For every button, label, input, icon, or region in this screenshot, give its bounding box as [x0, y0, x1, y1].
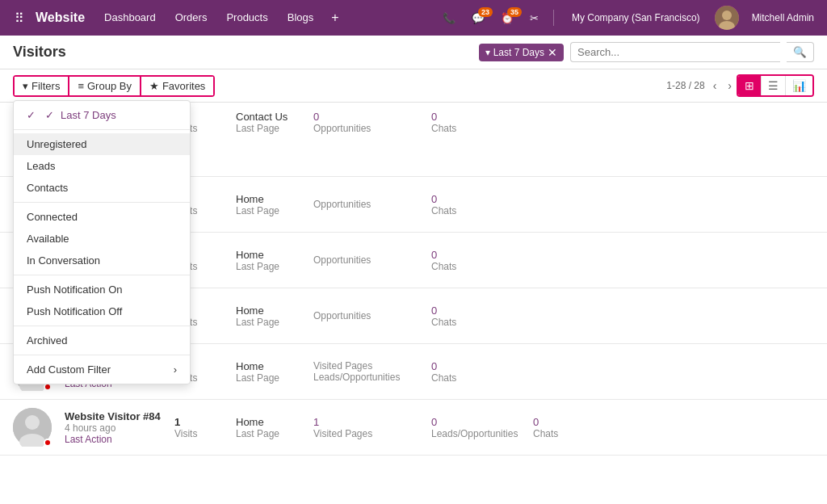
dropdown-section-6: Add Custom Filter › [14, 355, 190, 384]
filter-leads[interactable]: Leads [14, 155, 190, 177]
filters-button[interactable]: ▾ Filters [15, 77, 69, 95]
filter-unregistered[interactable]: Unregistered [14, 133, 190, 155]
filter-contacts[interactable]: Contacts [14, 177, 190, 199]
table-row: Website Visitor #84 4 hours ago Last Act… [0, 400, 827, 456]
online-status-dot [44, 439, 52, 447]
chats-label: Chats [431, 123, 488, 134]
filter-dropdown: ✓ Last 7 Days Unregistered Leads Contact… [13, 100, 191, 384]
opp-value: 0 [431, 416, 520, 428]
kanban-view-button[interactable]: ⊞ [738, 76, 761, 95]
visitor-chats-col: 0 Chats [431, 249, 488, 272]
filter-push-on[interactable]: Push Notification On [14, 279, 190, 300]
last-page-label: Last Page [236, 428, 300, 439]
company-name[interactable]: My Company (San Francisco) [564, 12, 708, 23]
filter-last7days-label: Last 7 Days [61, 109, 116, 121]
filter-add-custom-label: Add Custom Filter [27, 363, 111, 376]
chats-label: Chats [431, 372, 488, 384]
filter-icon: ▾ [23, 80, 28, 92]
filter-connected[interactable]: Connected [14, 206, 190, 228]
nav-add-button[interactable]: + [323, 10, 346, 25]
visitor-stats-col: Opportunities [313, 254, 418, 266]
favorites-label: Favorites [162, 80, 205, 92]
chats-value: 0 [431, 111, 488, 123]
user-name[interactable]: Mitchell Admin [745, 12, 821, 23]
last-page-name: Contact Us [236, 111, 300, 123]
filter-available-label: Available [27, 233, 69, 245]
visitor-visits-col: 1 Visits [174, 416, 223, 439]
filter-unregistered-label: Unregistered [27, 138, 86, 150]
chart-view-button[interactable]: 📊 [785, 76, 812, 95]
filter-leads-label: Leads [27, 160, 55, 172]
visitor-stats-col: Opportunities [313, 310, 418, 321]
last-page-name: Home [236, 249, 300, 261]
nav-products[interactable]: Products [216, 0, 277, 36]
visitor-name: Website Visitor #84 [65, 410, 162, 422]
groupby-button[interactable]: ≡ Group By [69, 77, 141, 95]
filter-add-custom[interactable]: Add Custom Filter › [14, 359, 190, 380]
chats-label: Chats [431, 205, 488, 216]
nav-dashboard[interactable]: Dashboard [94, 0, 166, 36]
list-view-button[interactable]: ☰ [761, 76, 785, 95]
filter-tag-close-icon[interactable]: ✕ [548, 46, 557, 59]
sub-header: Visitors ▾ Last 7 Days ✕ 🔍 [0, 36, 827, 69]
filter-last7days[interactable]: ✓ Last 7 Days [14, 104, 190, 126]
search-input[interactable] [570, 42, 780, 62]
nav-orders[interactable]: Orders [166, 0, 217, 36]
visit-count: 1 [174, 416, 223, 428]
top-navigation: ⠿ Website Dashboard Orders Products Blog… [0, 0, 827, 36]
filter-archived[interactable]: Archived [14, 330, 190, 351]
visitor-page-col: Home Last Page [236, 193, 300, 216]
filter-available[interactable]: Available [14, 228, 190, 250]
last-page-label: Last Page [236, 317, 300, 328]
opp-label: Leads/Opportunities [431, 428, 520, 439]
visitor-page-col: Home Last Page [236, 416, 300, 439]
timer-icon[interactable]: ⏰ 35 [496, 9, 518, 27]
dropdown-section-3: Connected Available In Conversation [14, 203, 190, 275]
visitor-page-col: Home Last Page [236, 304, 300, 328]
visitor-stats-col: Opportunities [313, 199, 418, 210]
apps-menu-icon[interactable]: ⠿ [6, 10, 32, 26]
last-page-label: Last Page [236, 205, 300, 216]
visitor-time: 4 hours ago [65, 422, 162, 434]
visitor-last-action: Last Action [65, 434, 162, 445]
groupby-icon: ≡ [78, 80, 84, 92]
filter-contacts-label: Contacts [27, 182, 68, 194]
active-filter-tag[interactable]: ▾ Last 7 Days ✕ [479, 44, 564, 61]
nav-divider [553, 10, 554, 26]
filter-push-off[interactable]: Push Notification Off [14, 300, 190, 322]
arrow-icon: › [174, 363, 177, 376]
visitor-stats-col: 1 Visited Pages [313, 416, 418, 439]
opportunities-label: Opportunities [313, 310, 418, 321]
record-count-text: 1-28 / 28 [666, 80, 704, 91]
visited-pages-label: Visited Pages [313, 360, 418, 372]
nav-blogs[interactable]: Blogs [278, 0, 324, 36]
dropdown-section-4: Push Notification On Push Notification O… [14, 275, 190, 326]
last-page-label: Last Page [236, 372, 300, 384]
visited-pages-label: Visited Pages [313, 428, 418, 439]
last-page-name: Home [236, 416, 300, 428]
brand-title[interactable]: Website [32, 10, 94, 25]
chats-value: 0 [431, 193, 488, 205]
search-button[interactable]: 🔍 [787, 42, 814, 62]
prev-page-button[interactable]: ‹ [710, 78, 720, 94]
filter-push-off-label: Push Notification Off [27, 305, 122, 317]
visitor-stats-col: 0 Opportunities [313, 111, 418, 134]
favorites-button[interactable]: ★ Favorites [141, 77, 213, 95]
chats-value: 0 [431, 360, 488, 372]
opportunities-value: 0 [313, 111, 418, 123]
filter-in-conversation[interactable]: In Conversation [14, 250, 190, 271]
visitor-info: Website Visitor #84 4 hours ago Last Act… [65, 410, 162, 445]
chats-value: 0 [431, 304, 488, 317]
visitor-page-col: Home Last Page [236, 360, 300, 384]
chat-icon[interactable]: 💬 23 [467, 9, 489, 27]
groupby-label: Group By [87, 80, 132, 92]
chat-badge: 23 [478, 7, 493, 17]
phone-icon[interactable]: 📞 [438, 9, 460, 27]
user-avatar[interactable] [715, 6, 739, 30]
svg-point-20 [25, 415, 40, 430]
dropdown-section-1: ✓ Last 7 Days [14, 101, 190, 130]
settings-icon[interactable]: ✂ [525, 9, 544, 27]
opportunities-col: 0 Leads/Opportunities [431, 416, 520, 439]
next-page-button[interactable]: › [724, 78, 735, 94]
visitor-stats-col: Visited Pages Leads/Opportunities [313, 360, 418, 383]
